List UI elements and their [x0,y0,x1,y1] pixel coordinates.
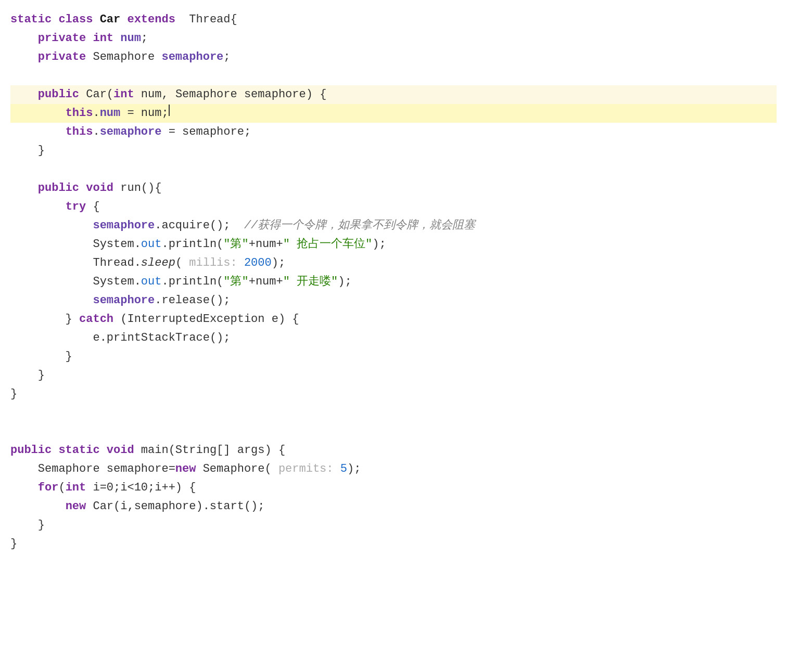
code-line-3: private Semaphore semaphore; [10,48,777,67]
keyword-new-2: new [66,497,86,515]
keyword-private-1: private [38,29,86,47]
keyword-try: try [66,198,86,216]
keyword-new-1: new [175,460,196,478]
system-ref-2: System. [93,273,141,291]
code-line-28: } [10,516,777,535]
keyword-public-3: public [10,441,52,459]
println-method-1: println( [169,235,224,253]
keyword-this-2: this [66,123,93,141]
thread-type: Thread [189,10,230,29]
code-line-5: public Car(int num, Semaphore semaphore)… [10,85,777,104]
code-line-19: } [10,347,777,366]
field-num: num [120,29,141,47]
string-leave: " 开走喽" [283,273,338,291]
system-ref-1: System. [93,235,141,253]
code-line-6: this.num = num; [10,104,777,123]
code-line-24: public static void main(String[] args) { [10,441,777,460]
keyword-int-3: int [66,479,86,497]
constructor-car: Car( [86,85,113,104]
keyword-catch: catch [79,310,113,328]
keyword-private-2: private [38,48,86,66]
acquire-method: acquire [161,216,209,235]
code-line-26: for(int i=0;i<10;i++) { [10,479,777,497]
code-line-21: } [10,385,777,404]
this-num: num [100,104,121,122]
out-ref-1: out [141,235,162,253]
sleep-value: 2000 [244,254,272,272]
code-line-29: } [10,535,777,553]
keyword-extends: extends [127,10,175,29]
keyword-int: int [93,29,113,47]
code-line-15: System.out.println("第"+num+" 开走喽"); [10,273,777,291]
code-line-18: e.printStackTrace(); [10,329,777,347]
keyword-void-2: void [107,441,134,459]
release-method: release [161,291,209,309]
semaphore-ref-2: semaphore [93,291,155,309]
code-line-27: new Car(i,semaphore).start(); [10,497,777,516]
semaphore-type-2: Semaphore [175,85,237,104]
code-line-7: this.semaphore = semaphore; [10,123,777,141]
code-line-1: static class Car extends Thread{ [10,10,777,29]
print-stack-trace: printStackTrace [107,329,210,347]
string-occupy: " 抢占一个车位" [283,235,373,253]
comment-acquire: //获得一个令牌，如果拿不到令牌，就会阻塞 [237,216,476,235]
code-line-2: private int num; [10,29,777,48]
code-line-8: } [10,141,777,160]
this-semaphore: semaphore [100,123,162,141]
millis-hint: millis: [189,254,244,272]
permits-value: 5 [340,460,347,478]
semaphore-ref-1: semaphore [93,216,155,235]
class-name-car: Car [100,10,121,29]
text-cursor [169,105,170,116]
keyword-void-1: void [86,179,113,197]
code-line-13: System.out.println("第"+num+" 抢占一个车位"); [10,235,777,254]
keyword-class: class [58,10,93,29]
println-method-2: println( [169,273,224,291]
keyword-this-1: this [66,104,93,122]
keyword-public-1: public [38,85,79,104]
thread-sleep: Thread. [93,254,141,272]
code-line-9-blank [10,160,777,179]
semaphore-type: Semaphore [93,48,155,66]
keyword-public-2: public [38,179,79,197]
code-line-16: semaphore.release(); [10,291,777,310]
out-ref-2: out [141,273,162,291]
keyword-static: static [10,10,52,29]
keyword-for: for [38,479,59,497]
code-line-20: } [10,366,777,385]
string-di-1: "第" [223,235,248,253]
code-line-11: try { [10,198,777,216]
code-line-23-blank [10,422,777,441]
keyword-static-2: static [58,441,99,459]
code-container: static class Car extends Thread{ private… [10,10,777,553]
field-semaphore: semaphore [161,48,223,66]
code-line-4-blank [10,67,777,85]
keyword-int-2: int [113,85,134,104]
sleep-method: sleep [141,254,175,272]
code-line-17: } catch (InterruptedException e) { [10,310,777,329]
code-line-25: Semaphore semaphore=new Semaphore( permi… [10,460,777,479]
code-line-12: semaphore.acquire(); //获得一个令牌，如果拿不到令牌，就会… [10,216,777,235]
string-di-2: "第" [223,273,248,291]
permits-hint: permits: [278,460,340,478]
code-line-14: Thread.sleep( millis: 2000); [10,254,777,273]
code-line-10: public void run(){ [10,179,777,198]
code-line-22-blank [10,404,777,422]
